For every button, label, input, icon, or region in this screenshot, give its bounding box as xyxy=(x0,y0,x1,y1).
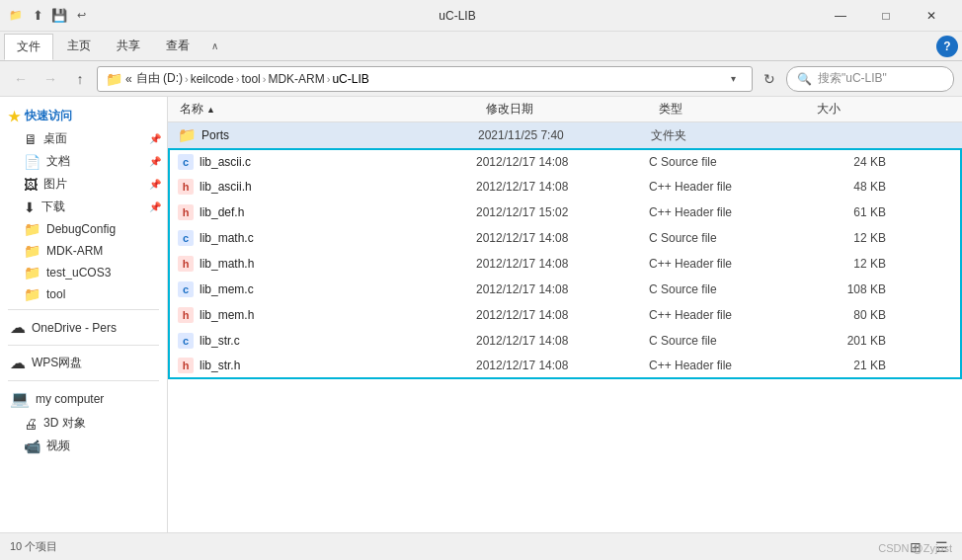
file-type: C++ Header file xyxy=(649,205,807,219)
save-icon[interactable]: 💾 xyxy=(51,8,67,24)
sidebar-item-tool-label: tool xyxy=(46,287,159,301)
file-date: 2012/12/17 14:08 xyxy=(476,359,649,372)
quick-access-header[interactable]: ★ 快速访问 xyxy=(0,105,167,127)
sidebar-item-3dobj[interactable]: 🖨 3D 对象 xyxy=(0,412,167,435)
sidebar-item-mdkarm-label: MDK-ARM xyxy=(46,244,159,258)
sidebar-item-video[interactable]: 📹 视频 xyxy=(0,435,167,457)
window-title: uC-LIB xyxy=(97,9,818,23)
file-type: C Source file xyxy=(649,231,807,245)
file-type: C Source file xyxy=(649,282,807,296)
tab-home[interactable]: 主页 xyxy=(55,34,103,58)
file-size: 61 KB xyxy=(807,205,886,219)
search-icon: 🔍 xyxy=(797,72,812,86)
file-name: lib_mem.h xyxy=(200,308,476,322)
breadcrumb: « 自由 (D:) › keilcode › tool › MDK-ARM › … xyxy=(125,70,718,87)
sidebar-item-3dobj-label: 3D 对象 xyxy=(43,415,159,432)
title-bar: 📁 ⬆ 💾 ↩ uC-LIB — □ ✕ xyxy=(0,0,962,32)
file-name: lib_mem.c xyxy=(200,282,476,296)
breadcrumb-uclib[interactable]: uC-LIB xyxy=(332,72,368,86)
file-name: lib_str.h xyxy=(200,359,476,372)
file-date: 2012/12/17 14:08 xyxy=(476,257,649,271)
title-bar-app-icon: 📁 xyxy=(8,8,24,24)
sidebar-item-onedrive[interactable]: ☁ OneDrive - Pers xyxy=(0,314,167,341)
c-source-icon: c xyxy=(178,333,194,349)
mycomputer-icon: 💻 xyxy=(10,389,30,408)
wps-icon: ☁ xyxy=(10,354,26,372)
file-name: lib_ascii.c xyxy=(200,155,476,169)
maximize-button[interactable]: □ xyxy=(863,0,909,32)
table-row[interactable]: hlib_mem.h2012/12/17 14:08C++ Header fil… xyxy=(168,302,962,328)
status-bar: 10 个项目 ⊞ ☰ xyxy=(0,532,962,560)
table-row[interactable]: hlib_def.h2012/12/17 15:02C++ Header fil… xyxy=(168,200,962,225)
table-row[interactable]: clib_mem.c2012/12/17 14:08C Source file1… xyxy=(168,277,962,302)
sidebar-item-docs[interactable]: 📄 文档 📌 xyxy=(0,150,167,173)
undo-icon[interactable]: ↩ xyxy=(73,8,89,24)
table-row[interactable]: hlib_str.h2012/12/17 14:08C++ Header fil… xyxy=(168,354,962,379)
quick-access-label: 快速访问 xyxy=(25,108,72,124)
pin-icon-pics: 📌 xyxy=(149,179,161,190)
breadcrumb-tool[interactable]: tool xyxy=(241,72,260,86)
file-date: 2012/12/17 14:08 xyxy=(476,155,649,169)
sidebar-item-downloads[interactable]: ⬇ 下载 📌 xyxy=(0,196,167,218)
sidebar-item-docs-label: 文档 xyxy=(46,153,159,170)
tab-share[interactable]: 共享 xyxy=(105,34,152,58)
h-header-icon: h xyxy=(178,179,194,195)
tab-view[interactable]: 查看 xyxy=(154,34,201,58)
h-header-icon: h xyxy=(178,256,194,272)
file-date: 2012/12/17 14:08 xyxy=(476,334,649,348)
quick-access-icon[interactable]: ⬆ xyxy=(30,8,45,24)
sidebar-item-mycomputer[interactable]: 💻 my computer xyxy=(0,385,167,412)
file-size: 12 KB xyxy=(807,257,886,271)
sidebar-divider-2 xyxy=(8,345,159,346)
search-box[interactable]: 🔍 搜索"uC-LIB" xyxy=(786,66,954,92)
ribbon: 文件 主页 共享 查看 ∧ ? xyxy=(0,32,962,61)
col-header-name[interactable]: 名称 ▲ xyxy=(176,101,482,118)
table-row[interactable]: clib_math.c2012/12/17 14:08C Source file… xyxy=(168,225,962,251)
docs-icon: 📄 xyxy=(24,154,40,170)
breadcrumb-drive[interactable]: « xyxy=(125,72,132,86)
sort-arrow-name: ▲ xyxy=(206,105,215,115)
forward-button[interactable]: → xyxy=(38,66,63,92)
sidebar-item-desktop-label: 桌面 xyxy=(43,130,159,147)
file-type: C++ Header file xyxy=(649,308,807,322)
sidebar-item-desktop[interactable]: 🖥 桌面 📌 xyxy=(0,127,167,150)
ribbon-collapse-icon[interactable]: ∧ xyxy=(203,36,225,57)
file-name: lib_def.h xyxy=(200,205,476,219)
breadcrumb-drive-label[interactable]: 自由 (D:) xyxy=(136,70,183,87)
col-header-type[interactable]: 类型 xyxy=(655,101,813,118)
table-row[interactable]: clib_ascii.c2012/12/17 14:08C Source fil… xyxy=(168,148,962,174)
file-date: 2021/11/25 7:40 xyxy=(478,128,651,142)
quick-access-icon: ★ xyxy=(8,109,21,124)
refresh-button[interactable]: ↻ xyxy=(757,66,782,92)
tab-file[interactable]: 文件 xyxy=(4,34,53,60)
address-dropdown-icon[interactable]: ▾ xyxy=(722,66,744,92)
onedrive-icon: ☁ xyxy=(10,318,26,337)
table-row[interactable]: hlib_ascii.h2012/12/17 14:08C++ Header f… xyxy=(168,174,962,200)
table-row[interactable]: hlib_math.h2012/12/17 14:08C++ Header fi… xyxy=(168,251,962,277)
address-input[interactable]: 📁 « 自由 (D:) › keilcode › tool › MDK-ARM … xyxy=(97,66,753,92)
sidebar-item-pics[interactable]: 🖼 图片 📌 xyxy=(0,173,167,196)
up-button[interactable]: ↑ xyxy=(67,66,93,92)
downloads-icon: ⬇ xyxy=(24,200,36,215)
table-row[interactable]: 📁Ports2021/11/25 7:40文件夹 xyxy=(168,122,962,148)
sidebar-item-mdkarm[interactable]: 📁 MDK-ARM xyxy=(0,240,167,262)
search-placeholder: 搜索"uC-LIB" xyxy=(818,70,887,87)
breadcrumb-keilcode[interactable]: keilcode xyxy=(191,72,234,86)
col-header-date[interactable]: 修改日期 xyxy=(482,101,655,118)
file-size: 80 KB xyxy=(807,308,886,322)
close-button[interactable]: ✕ xyxy=(909,0,954,32)
col-header-size[interactable]: 大小 xyxy=(813,101,892,118)
sidebar-item-tool[interactable]: 📁 tool xyxy=(0,283,167,305)
file-type: C Source file xyxy=(649,155,807,169)
sidebar-item-wps[interactable]: ☁ WPS网盘 xyxy=(0,350,167,376)
minimize-button[interactable]: — xyxy=(818,0,863,32)
sidebar-item-testcos[interactable]: 📁 test_uCOS3 xyxy=(0,262,167,283)
table-row[interactable]: clib_str.c2012/12/17 14:08C Source file2… xyxy=(168,328,962,354)
help-button[interactable]: ? xyxy=(936,36,958,57)
sidebar-item-debugconfig[interactable]: 📁 DebugConfig xyxy=(0,218,167,240)
file-size: 48 KB xyxy=(807,180,886,194)
sidebar-item-video-label: 视频 xyxy=(46,438,159,454)
breadcrumb-mdkarm[interactable]: MDK-ARM xyxy=(268,72,324,86)
file-type: C Source file xyxy=(649,334,807,348)
back-button[interactable]: ← xyxy=(8,66,34,92)
